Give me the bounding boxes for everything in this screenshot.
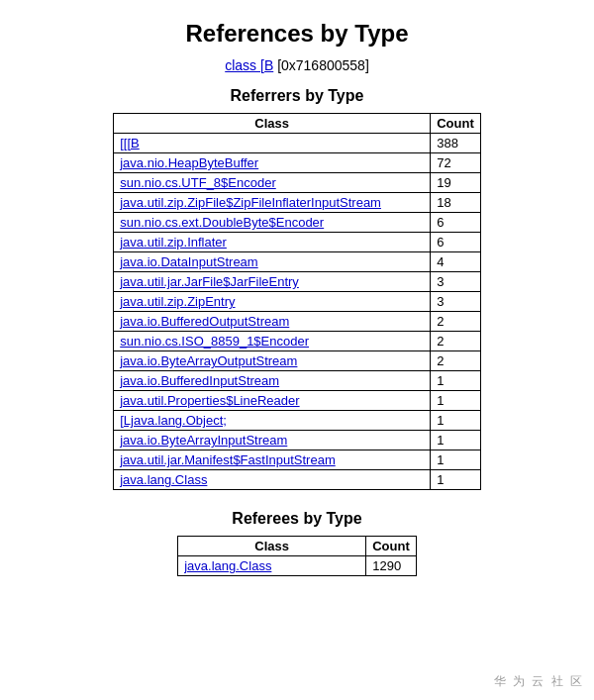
count-cell: 1 xyxy=(431,411,481,431)
class-link[interactable]: java.util.zip.Inflater xyxy=(120,235,227,250)
count-cell: 1 xyxy=(431,470,481,490)
count-cell: 6 xyxy=(431,233,481,252)
class-link[interactable]: [[[B xyxy=(120,136,140,150)
class-link[interactable]: sun.nio.cs.ISO_8859_1$Encoder xyxy=(120,334,309,349)
class-link[interactable]: java.io.DataInputStream xyxy=(120,254,257,269)
table-row: java.lang.Class1 xyxy=(114,470,481,490)
class-cell: sun.nio.cs.ext.DoubleByte$Encoder xyxy=(114,213,431,233)
class-cell: java.io.BufferedOutputStream xyxy=(114,312,431,332)
referrers-section-title: Referrers by Type xyxy=(20,87,574,105)
count-cell: 72 xyxy=(431,153,481,173)
class-link[interactable]: sun.nio.cs.ext.DoubleByte$Encoder xyxy=(120,215,324,230)
page-title: References by Type xyxy=(20,20,574,48)
count-cell: 388 xyxy=(431,134,481,153)
referees-table: Class Count java.lang.Class1290 xyxy=(177,536,417,576)
table-row: java.util.jar.JarFile$JarFileEntry3 xyxy=(114,272,481,292)
class-link[interactable]: java.util.zip.ZipFile$ZipFileInflaterInp… xyxy=(120,195,381,210)
count-cell: 2 xyxy=(431,332,481,351)
count-cell: 1290 xyxy=(366,556,417,576)
count-cell: 2 xyxy=(431,312,481,332)
class-link[interactable]: java.io.BufferedInputStream xyxy=(120,373,279,388)
table-row: [Ljava.lang.Object;1 xyxy=(114,411,481,431)
class-link[interactable]: java.util.jar.JarFile$JarFileEntry xyxy=(120,274,299,289)
referrers-class-header: Class xyxy=(114,114,431,134)
table-row: java.io.DataInputStream4 xyxy=(114,252,481,272)
count-cell: 2 xyxy=(431,351,481,371)
table-row: java.lang.Class1290 xyxy=(178,556,417,576)
table-row: sun.nio.cs.UTF_8$Encoder19 xyxy=(114,173,481,193)
object-ref-link[interactable]: class [B xyxy=(225,57,273,73)
count-cell: 4 xyxy=(431,252,481,272)
object-reference: class [B [0x716800558] xyxy=(20,57,574,73)
class-link[interactable]: java.lang.Class xyxy=(184,558,271,573)
class-cell: sun.nio.cs.UTF_8$Encoder xyxy=(114,173,431,193)
count-cell: 1 xyxy=(431,371,481,391)
class-cell: java.util.zip.ZipFile$ZipFileInflaterInp… xyxy=(114,193,431,213)
table-row: java.util.zip.ZipFile$ZipFileInflaterInp… xyxy=(114,193,481,213)
count-cell: 1 xyxy=(431,391,481,411)
watermark: 华 为 云 社 区 xyxy=(494,673,584,690)
table-row: java.util.zip.Inflater6 xyxy=(114,233,481,252)
referees-class-header: Class xyxy=(178,537,366,556)
table-row: sun.nio.cs.ISO_8859_1$Encoder2 xyxy=(114,332,481,351)
class-cell: java.util.Properties$LineReader xyxy=(114,391,431,411)
class-cell: java.io.ByteArrayInputStream xyxy=(114,431,431,450)
referees-count-header: Count xyxy=(366,537,417,556)
class-cell: java.lang.Class xyxy=(178,556,366,576)
table-row: java.io.BufferedOutputStream2 xyxy=(114,312,481,332)
class-cell: java.lang.Class xyxy=(114,470,431,490)
count-cell: 18 xyxy=(431,193,481,213)
table-row: java.util.Properties$LineReader1 xyxy=(114,391,481,411)
class-cell: java.io.DataInputStream xyxy=(114,252,431,272)
class-cell: [[[B xyxy=(114,134,431,153)
table-row: java.util.zip.ZipEntry3 xyxy=(114,292,481,312)
referrers-count-header: Count xyxy=(431,114,481,134)
class-cell: java.nio.HeapByteBuffer xyxy=(114,153,431,173)
class-cell: java.io.BufferedInputStream xyxy=(114,371,431,391)
table-row: java.io.ByteArrayInputStream1 xyxy=(114,431,481,450)
class-link[interactable]: java.io.ByteArrayInputStream xyxy=(120,433,287,448)
class-link[interactable]: [Ljava.lang.Object; xyxy=(120,413,227,428)
count-cell: 1 xyxy=(431,450,481,470)
table-row: java.util.jar.Manifest$FastInputStream1 xyxy=(114,450,481,470)
count-cell: 1 xyxy=(431,431,481,450)
table-row: java.io.BufferedInputStream1 xyxy=(114,371,481,391)
class-link[interactable]: java.io.ByteArrayOutputStream xyxy=(120,353,297,368)
count-cell: 3 xyxy=(431,272,481,292)
count-cell: 3 xyxy=(431,292,481,312)
count-cell: 6 xyxy=(431,213,481,233)
class-cell: sun.nio.cs.ISO_8859_1$Encoder xyxy=(114,332,431,351)
table-row: sun.nio.cs.ext.DoubleByte$Encoder6 xyxy=(114,213,481,233)
class-cell: java.util.jar.Manifest$FastInputStream xyxy=(114,450,431,470)
class-cell: java.util.jar.JarFile$JarFileEntry xyxy=(114,272,431,292)
class-cell: java.io.ByteArrayOutputStream xyxy=(114,351,431,371)
class-link[interactable]: java.util.Properties$LineReader xyxy=(120,393,299,408)
class-cell: java.util.zip.Inflater xyxy=(114,233,431,252)
table-row: java.io.ByteArrayOutputStream2 xyxy=(114,351,481,371)
class-cell: java.util.zip.ZipEntry xyxy=(114,292,431,312)
class-link[interactable]: java.nio.HeapByteBuffer xyxy=(120,155,258,170)
class-link[interactable]: sun.nio.cs.UTF_8$Encoder xyxy=(120,175,276,190)
class-link[interactable]: java.util.jar.Manifest$FastInputStream xyxy=(120,452,336,467)
class-link[interactable]: java.lang.Class xyxy=(120,472,207,487)
table-row: [[[B388 xyxy=(114,134,481,153)
class-link[interactable]: java.util.zip.ZipEntry xyxy=(120,294,235,309)
class-link[interactable]: java.io.BufferedOutputStream xyxy=(120,314,289,329)
object-ref-address: [0x716800558] xyxy=(277,57,369,73)
referees-section-title: Referees by Type xyxy=(20,510,574,528)
count-cell: 19 xyxy=(431,173,481,193)
class-cell: [Ljava.lang.Object; xyxy=(114,411,431,431)
referrers-table: Class Count [[[B388java.nio.HeapByteBuff… xyxy=(113,113,481,490)
table-row: java.nio.HeapByteBuffer72 xyxy=(114,153,481,173)
